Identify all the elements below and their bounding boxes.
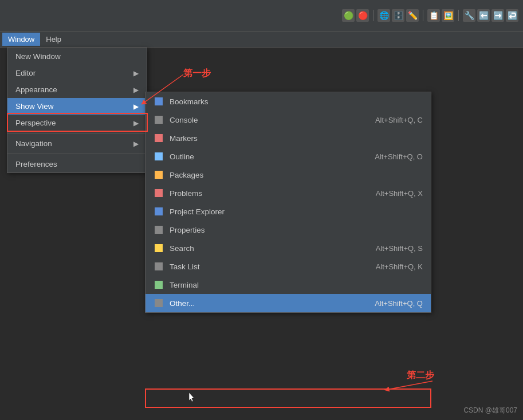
svg-line-0	[143, 74, 183, 103]
console-icon	[154, 115, 164, 125]
submenu-task-list[interactable]: Task List Alt+Shift+Q, K	[146, 257, 431, 276]
menu-separator-2	[7, 154, 147, 154]
show-view-submenu: Bookmarks Console Alt+Shift+Q, C Markers…	[145, 92, 431, 313]
toolbar-icon-1[interactable]: 🟢	[342, 9, 355, 22]
watermark: CSDN @雄哥007	[463, 406, 517, 415]
packages-icon	[154, 170, 164, 180]
annotation-first-step: 第一步	[183, 68, 211, 80]
menubar-window[interactable]: Window	[2, 33, 40, 46]
outline-icon	[154, 151, 164, 162]
markers-icon	[154, 133, 164, 143]
menu-navigation[interactable]: Navigation ▶	[7, 135, 147, 152]
toolbar-icon-10[interactable]: ➡️	[491, 9, 504, 22]
toolbar-icon-8[interactable]: 🔧	[463, 9, 475, 22]
toolbar-icon-3[interactable]: 🌐	[377, 9, 390, 22]
submenu-project-explorer[interactable]: Project Explorer	[146, 202, 431, 221]
menu-perspective[interactable]: Perspective ▶	[7, 115, 147, 131]
submenu-markers[interactable]: Markers	[146, 129, 431, 147]
menubar-help[interactable]: Help	[40, 33, 67, 46]
toolbar-icon-5[interactable]: ✏️	[406, 9, 419, 22]
submenu-problems[interactable]: Problems Alt+Shift+Q, X	[146, 184, 431, 202]
submenu-outline[interactable]: Outline Alt+Shift+Q, O	[146, 147, 431, 166]
toolbar-icon-4[interactable]: 🗄️	[392, 9, 404, 22]
submenu-terminal[interactable]: Terminal	[146, 276, 431, 294]
terminal-icon	[154, 280, 164, 290]
toolbar-icon-11[interactable]: ↩️	[506, 9, 518, 22]
menu-preferences[interactable]: Preferences	[7, 156, 147, 172]
submenu-properties[interactable]: Properties	[146, 221, 431, 239]
menubar: Window Help	[0, 32, 523, 48]
search-icon	[154, 243, 164, 253]
toolbar: 🟢 🔴 🌐 🗄️ ✏️ 📋 🖼️ 🔧 ⬅️ ➡️ ↩️	[0, 0, 523, 32]
task-list-icon	[154, 261, 164, 272]
problems-icon	[154, 188, 164, 198]
properties-icon	[154, 225, 164, 235]
submenu-search[interactable]: Search Alt+Shift+Q, S	[146, 239, 431, 257]
toolbar-icon-6[interactable]: 📋	[427, 9, 440, 22]
toolbar-icon-9[interactable]: ⬅️	[477, 9, 490, 22]
submenu-other[interactable]: Other... Alt+Shift+Q, Q	[146, 294, 431, 312]
perspective-arrow-icon: ▶	[133, 119, 139, 127]
project-explorer-icon	[154, 206, 164, 217]
annotation-second-step: 第二步	[407, 370, 434, 382]
navigation-arrow-icon: ▶	[133, 140, 139, 148]
toolbar-icon-7[interactable]: 🖼️	[442, 9, 454, 22]
toolbar-icons: 🟢 🔴 🌐 🗄️ ✏️ 📋 🖼️ 🔧 ⬅️ ➡️ ↩️	[342, 9, 518, 22]
svg-line-1	[387, 381, 432, 390]
toolbar-icon-2[interactable]: 🔴	[356, 9, 369, 22]
menu-separator-1	[7, 133, 147, 134]
other-icon	[154, 298, 164, 308]
first-step-arrow	[115, 69, 195, 115]
submenu-packages[interactable]: Packages	[146, 166, 431, 184]
menu-new-window[interactable]: New Window	[7, 48, 147, 65]
